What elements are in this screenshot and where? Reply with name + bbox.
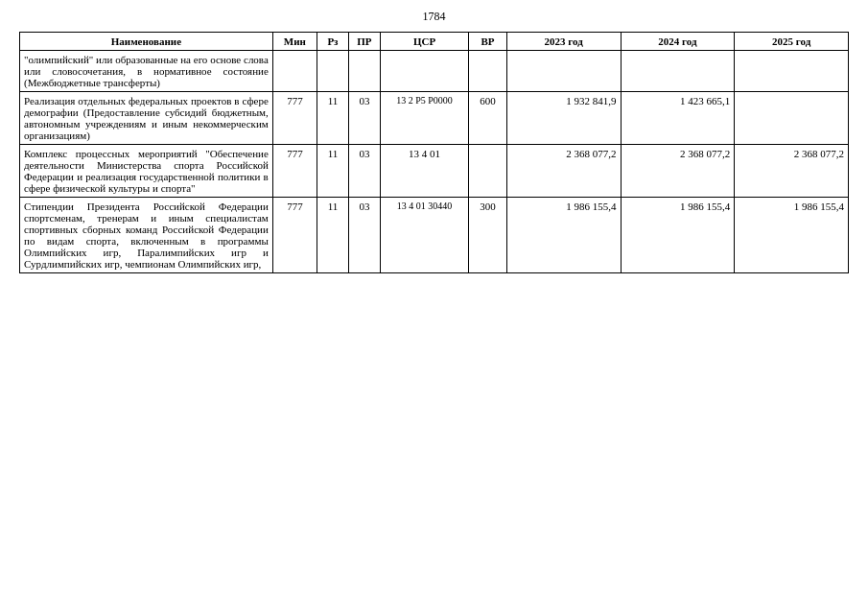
page-number: 1784: [19, 10, 849, 24]
table-row: Комплекс процессных мероприятий "Обеспеч…: [20, 145, 849, 198]
budget-table: Наименование Мин Рз ПР ЦСР ВР 2023 год 2…: [19, 32, 849, 273]
cell-min-2: 777: [272, 145, 317, 198]
table-row: Реализация отдельных федеральных проекто…: [20, 92, 849, 145]
cell-vr-2: [469, 145, 507, 198]
cell-2024-3: 1 986 155,4: [621, 198, 735, 273]
cell-name-3: Стипендии Президента Российской Федераци…: [20, 198, 273, 273]
cell-min-0: [272, 51, 317, 92]
cell-pr-0: [348, 51, 380, 92]
header-name: Наименование: [20, 33, 273, 51]
cell-rz-0: [317, 51, 348, 92]
cell-csr-3: 13 4 01 30440: [380, 198, 468, 273]
cell-pr-1: 03: [348, 92, 380, 145]
cell-rz-3: 11: [317, 198, 348, 273]
cell-vr-0: [469, 51, 507, 92]
header-pr: ПР: [348, 33, 380, 51]
header-vr: ВР: [469, 33, 507, 51]
table-row: "олимпийский" или образованные на его ос…: [20, 51, 849, 92]
cell-vr-1: 600: [469, 92, 507, 145]
cell-2024-0: [621, 51, 735, 92]
cell-min-1: 777: [272, 92, 317, 145]
page-container: 1784 Наименование Мин Рз ПР ЦСР ВР 2023 …: [0, 0, 868, 283]
cell-rz-2: 11: [317, 145, 348, 198]
table-row: Стипендии Президента Российской Федераци…: [20, 198, 849, 273]
cell-vr-3: 300: [469, 198, 507, 273]
cell-csr-2: 13 4 01: [380, 145, 468, 198]
header-csr: ЦСР: [380, 33, 468, 51]
cell-2023-0: [506, 51, 621, 92]
header-rz: Рз: [317, 33, 348, 51]
table-header-row: Наименование Мин Рз ПР ЦСР ВР 2023 год 2…: [20, 33, 849, 51]
cell-2025-2: 2 368 077,2: [735, 145, 849, 198]
cell-csr-0: [380, 51, 468, 92]
cell-2023-3: 1 986 155,4: [506, 198, 621, 273]
cell-2024-1: 1 423 665,1: [621, 92, 735, 145]
cell-csr-1: 13 2 Р5 Р0000: [380, 92, 468, 145]
cell-name-0: "олимпийский" или образованные на его ос…: [20, 51, 273, 92]
header-2024: 2024 год: [621, 33, 735, 51]
cell-rz-1: 11: [317, 92, 348, 145]
cell-2025-1: [735, 92, 849, 145]
cell-name-2: Комплекс процессных мероприятий "Обеспеч…: [20, 145, 273, 198]
cell-2023-1: 1 932 841,9: [506, 92, 621, 145]
cell-min-3: 777: [272, 198, 317, 273]
cell-2023-2: 2 368 077,2: [506, 145, 621, 198]
cell-pr-3: 03: [348, 198, 380, 273]
cell-2025-0: [735, 51, 849, 92]
header-2023: 2023 год: [506, 33, 621, 51]
cell-name-1: Реализация отдельных федеральных проекто…: [20, 92, 273, 145]
header-min: Мин: [272, 33, 317, 51]
cell-pr-2: 03: [348, 145, 380, 198]
header-2025: 2025 год: [735, 33, 849, 51]
cell-2024-2: 2 368 077,2: [621, 145, 735, 198]
cell-2025-3: 1 986 155,4: [735, 198, 849, 273]
